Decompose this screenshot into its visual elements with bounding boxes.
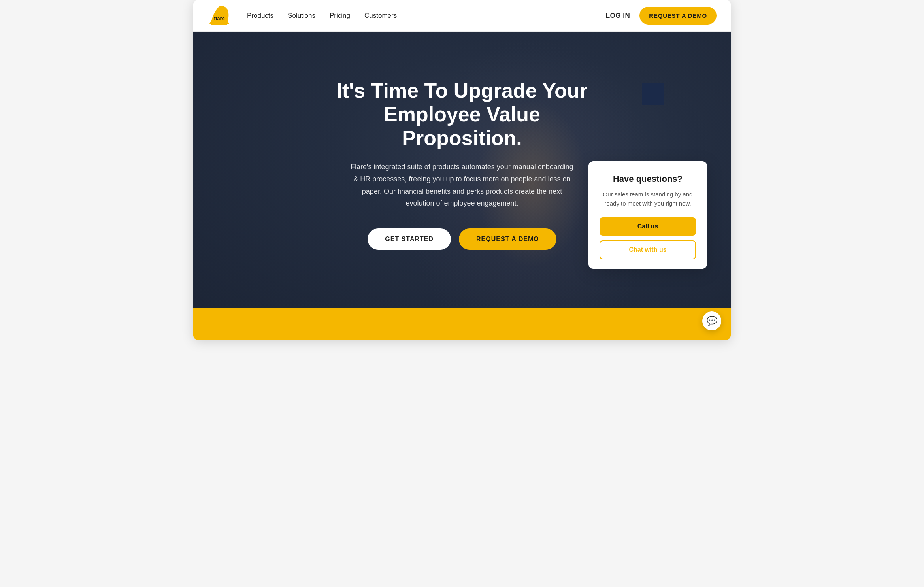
chat-us-button[interactable]: Chat with us (600, 240, 696, 259)
nav-links: Products Solutions Pricing Customers (247, 12, 606, 20)
questions-card-subtitle: Our sales team is standing by and ready … (600, 190, 696, 208)
hero-request-demo-button[interactable]: REQUEST A DEMO (459, 228, 556, 250)
nav-customers[interactable]: Customers (364, 12, 397, 20)
nav-right: LOG IN REQUEST A DEMO (606, 7, 717, 25)
nav-solutions[interactable]: Solutions (288, 12, 315, 20)
decorative-square (642, 83, 664, 105)
hero-section: It's Time To Upgrade Your Employee Value… (193, 32, 731, 308)
login-button[interactable]: LOG IN (606, 12, 630, 20)
questions-card-title: Have questions? (600, 174, 696, 184)
hero-buttons: GET STARTED REQUEST A DEMO (368, 228, 556, 250)
call-us-button[interactable]: Call us (600, 217, 696, 236)
chat-bubble-button[interactable]: 💬 (702, 311, 721, 330)
nav-request-demo-button[interactable]: REQUEST A DEMO (639, 7, 717, 25)
page-wrapper: flare Products Solutions Pricing Custome… (193, 0, 731, 340)
nav-products[interactable]: Products (247, 12, 273, 20)
get-started-button[interactable]: GET STARTED (368, 228, 451, 250)
hero-subtitle: Flare's integrated suite of products aut… (347, 161, 577, 209)
chat-bubble-icon: 💬 (707, 316, 717, 326)
navbar: flare Products Solutions Pricing Custome… (193, 0, 731, 32)
questions-card: Have questions? Our sales team is standi… (588, 161, 707, 269)
logo[interactable]: flare (207, 4, 231, 28)
yellow-strip (193, 308, 731, 340)
nav-pricing[interactable]: Pricing (330, 12, 350, 20)
svg-text:flare: flare (214, 15, 224, 21)
hero-title: It's Time To Upgrade Your Employee Value… (324, 79, 600, 150)
